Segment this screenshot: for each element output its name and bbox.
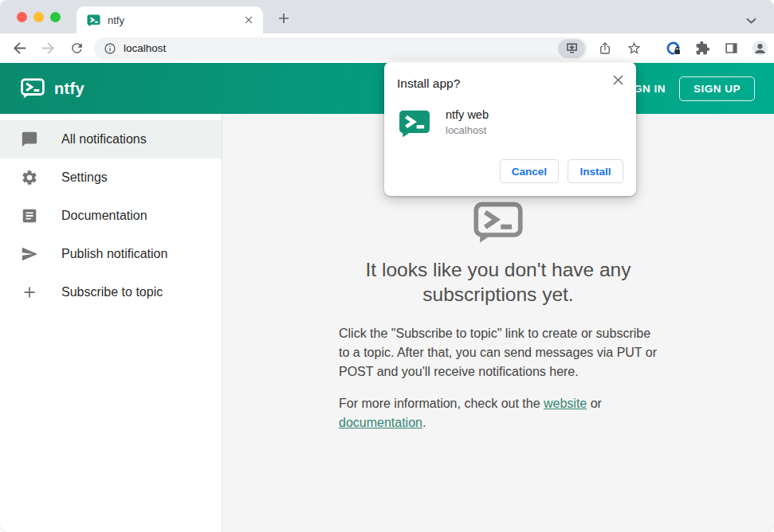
empty-state-more-info: For more information, check out the webs… [339,394,658,432]
site-info-icon[interactable] [104,42,116,55]
extensions-puzzle-icon[interactable] [691,37,713,60]
install-app-button[interactable] [558,39,585,58]
sidebar-item-all-notifications[interactable]: All notifications [0,120,222,158]
install-app-dialog: Install app? ntfy web localhost Cancel I… [384,62,636,196]
sidebar-item-documentation[interactable]: Documentation [0,197,222,235]
sidebar-nav: All notifications Settings Documentation… [0,114,222,532]
side-panel-icon[interactable] [720,37,742,60]
more-info-suffix: . [422,416,426,429]
app-title: ntfy [54,80,84,98]
website-link[interactable]: website [544,397,587,410]
share-button[interactable] [594,37,616,60]
tab-close-icon[interactable] [242,14,255,27]
extension-area [662,37,774,60]
sidebar-item-settings[interactable]: Settings [0,158,222,197]
sidebar-item-publish-notification[interactable]: Publish notification [0,235,222,273]
empty-state-paragraph: Click the "Subscribe to topic" link to c… [339,324,658,381]
more-info-middle: or [587,397,602,410]
install-dialog-actions: Cancel Install [500,159,623,183]
profile-avatar-icon[interactable] [748,37,771,60]
ntfy-logo-icon [21,78,45,99]
browser-window: ntfy localhost [0,0,774,532]
minimize-window-button[interactable] [33,12,44,22]
close-icon[interactable] [611,72,625,87]
install-app-row: ntfy web localhost [397,108,623,139]
more-info-prefix: For more information, check out the [339,397,544,410]
new-tab-button[interactable] [273,7,295,29]
traffic-lights [17,12,61,22]
tab-bar: ntfy [0,0,774,33]
ntfy-app-icon [399,108,430,139]
browser-tab-ntfy[interactable]: ntfy [77,6,263,33]
bookmark-star-icon[interactable] [623,37,645,60]
reload-button[interactable] [65,37,88,60]
tab-title: ntfy [108,14,242,26]
install-button[interactable]: Install [568,159,623,183]
plus-icon [20,283,39,302]
chat-bubble-icon [20,130,39,149]
ntfy-favicon-icon [87,14,100,27]
empty-state-heading: It looks like you don't have any subscri… [307,257,690,307]
cancel-button[interactable]: Cancel [500,159,559,183]
article-icon [20,206,39,225]
sign-up-button[interactable]: SIGN UP [679,76,755,101]
back-button[interactable] [8,37,30,60]
install-app-name: ntfy web [446,108,489,121]
forward-button[interactable] [37,37,59,60]
close-window-button[interactable] [17,12,27,22]
sidebar-item-subscribe-to-topic[interactable]: Subscribe to topic [0,273,222,311]
password-extension-lock-icon[interactable] [662,37,685,60]
install-dialog-title: Install app? [397,76,623,91]
send-icon [20,244,39,264]
zoom-window-button[interactable] [50,12,61,22]
install-app-origin: localhost [446,124,489,136]
documentation-link[interactable]: documentation [339,416,422,429]
url-text: localhost [124,42,558,54]
gear-icon [20,168,39,187]
browser-toolbar: localhost [0,33,774,63]
ntfy-terminal-bubble-icon [473,201,523,244]
tab-search-chevron-icon[interactable] [746,13,756,27]
address-bar[interactable]: localhost [94,37,587,60]
